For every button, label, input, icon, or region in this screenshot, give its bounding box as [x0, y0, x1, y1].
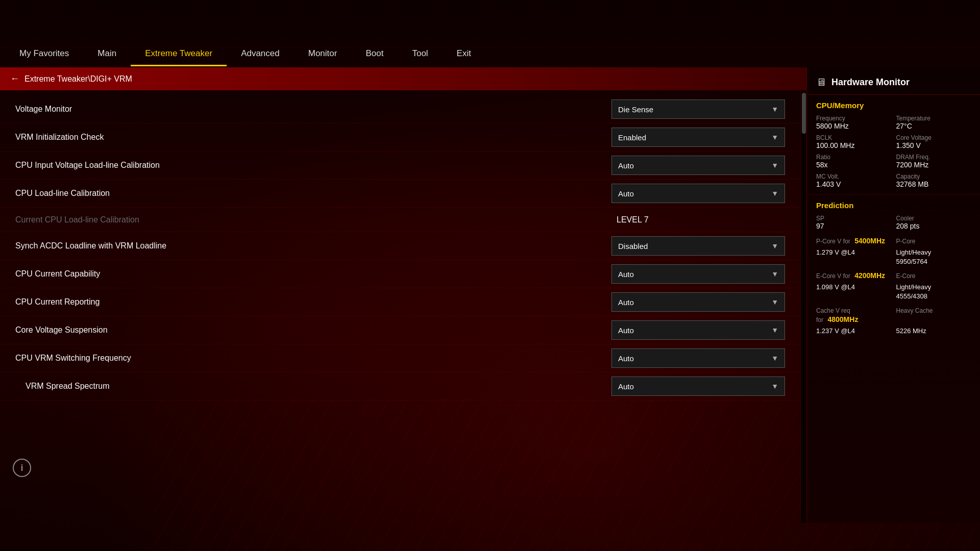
- cpu-llc-dropdown[interactable]: Auto ▼: [611, 184, 785, 203]
- vrm-init-dropdown[interactable]: Enabled ▼: [611, 128, 785, 147]
- table-row: CPU Input Voltage Load-line Calibration …: [0, 152, 800, 180]
- chevron-down-icon: ▼: [771, 189, 778, 197]
- pcore-block: P-Core V for 5400MHz P-Core 1.279 V @L4 …: [816, 236, 971, 266]
- vrm-init-label: VRM Initialization Check: [15, 133, 611, 142]
- table-row: VRM Spread Spectrum Auto ▼: [0, 372, 800, 400]
- mc-volt-value: 1.403 V: [816, 180, 891, 188]
- prediction-title: Prediction: [816, 201, 971, 210]
- nav-exit[interactable]: Exit: [443, 41, 485, 66]
- heavy-cache-header: Heavy Cache: [896, 306, 971, 324]
- chevron-down-icon: ▼: [771, 354, 778, 362]
- voltage-monitor-label: Voltage Monitor: [15, 105, 611, 114]
- ecore-freq-label-item: E-Core V for 4200MHz: [816, 271, 891, 280]
- cpu-input-llc-label: CPU Input Voltage Load-line Calibration: [15, 161, 611, 170]
- cooler-label: Cooler: [896, 215, 971, 222]
- ratio-item: Ratio 58x: [816, 154, 891, 169]
- dram-freq-value: 7200 MHz: [896, 161, 971, 169]
- core-volt-susp-label: Core Voltage Suspension: [15, 325, 611, 335]
- synch-acdc-dropdown[interactable]: Disabled ▼: [611, 236, 785, 256]
- nav-advanced[interactable]: Advanced: [227, 41, 294, 66]
- table-row: CPU VRM Switching Frequency Auto ▼: [0, 344, 800, 372]
- cpu-input-llc-dropdown[interactable]: Auto ▼: [611, 156, 785, 175]
- mc-volt-label: MC Volt.: [816, 173, 891, 180]
- chevron-down-icon: ▼: [771, 298, 778, 306]
- hardware-monitor-panel: 🖥 Hardware Monitor CPU/Memory Frequency …: [806, 67, 980, 523]
- cooler-value: 208 pts: [896, 222, 971, 230]
- cache-block: Cache V req for 4800MHz Heavy Cache 1.23…: [816, 306, 971, 335]
- cpu-vrm-freq-label: CPU VRM Switching Frequency: [15, 354, 611, 363]
- prediction-grid: SP 97 Cooler 208 pts: [816, 215, 971, 230]
- chevron-down-icon: ▼: [771, 133, 778, 141]
- frequency-label: Frequency: [816, 115, 891, 122]
- current-cpu-llc-value: LEVEL 7: [611, 215, 785, 224]
- settings-list: Voltage Monitor Die Sense ▼ VRM Initiali…: [0, 90, 800, 523]
- table-row: VRM Initialization Check Enabled ▼: [0, 123, 800, 152]
- ecore-lh-header: E-Core: [896, 271, 971, 280]
- bclk-value: 100.00 MHz: [816, 141, 891, 149]
- table-row: Current CPU Load-line Calibration LEVEL …: [0, 208, 800, 232]
- nav-tool[interactable]: Tool: [398, 41, 442, 66]
- nav-my-favorites[interactable]: My Favorites: [5, 41, 83, 66]
- chevron-down-icon: ▼: [771, 105, 778, 113]
- content-area: ← Extreme Tweaker\DIGI+ VRM Voltage Moni…: [0, 67, 980, 523]
- chevron-down-icon: ▼: [771, 270, 778, 278]
- frequency-item: Frequency 5800 MHz: [816, 115, 891, 130]
- main-panel: ← Extreme Tweaker\DIGI+ VRM Voltage Moni…: [0, 67, 806, 523]
- pcore-freq-label-item: P-Core V for 5400MHz: [816, 236, 891, 245]
- back-button[interactable]: ←: [10, 73, 19, 84]
- breadcrumb: Extreme Tweaker\DIGI+ VRM: [24, 74, 132, 84]
- cpu-vrm-freq-dropdown[interactable]: Auto ▼: [611, 348, 785, 368]
- monitor-icon: 🖥: [816, 77, 826, 88]
- table-row: CPU Current Capability Auto ▼: [0, 260, 800, 288]
- hw-monitor-title: Hardware Monitor: [831, 77, 910, 88]
- pcore-v-item: 1.279 V @L4: [816, 247, 891, 266]
- pcore-lh-nums-item: Light/Heavy 5950/5764: [896, 247, 971, 266]
- cache-freq-label-item: Cache V req for 4800MHz: [816, 306, 891, 324]
- ecore-lh-nums-item: Light/Heavy 4555/4308: [896, 282, 971, 300]
- capacity-value: 32768 MB: [896, 180, 971, 188]
- nav-boot[interactable]: Boot: [351, 41, 398, 66]
- frequency-value: 5800 MHz: [816, 122, 891, 130]
- vrm-spread-label: VRM Spread Spectrum: [15, 382, 611, 391]
- core-voltage-item: Core Voltage 1.350 V: [896, 134, 971, 149]
- dram-freq-item: DRAM Freq. 7200 MHz: [896, 154, 971, 169]
- sp-item: SP 97: [816, 215, 891, 230]
- cpu-current-rep-dropdown[interactable]: Auto ▼: [611, 292, 785, 312]
- cpu-memory-title: CPU/Memory: [816, 101, 971, 110]
- sp-label: SP: [816, 215, 891, 222]
- ratio-label: Ratio: [816, 154, 891, 161]
- chevron-down-icon: ▼: [771, 161, 778, 169]
- cpu-memory-section: CPU/Memory Frequency 5800 MHz Temperatur…: [807, 95, 980, 195]
- main-scrollbar[interactable]: [800, 90, 806, 523]
- bclk-item: BCLK 100.00 MHz: [816, 134, 891, 149]
- current-cpu-llc-label: Current CPU Load-line Calibration: [15, 215, 611, 224]
- chevron-down-icon: ▼: [771, 242, 778, 250]
- temperature-label: Temperature: [896, 115, 971, 122]
- vrm-spread-dropdown[interactable]: Auto ▼: [611, 377, 785, 396]
- nav-monitor[interactable]: Monitor: [294, 41, 352, 66]
- table-row: CPU Load-line Calibration Auto ▼: [0, 180, 800, 208]
- temperature-value: 27°C: [896, 122, 971, 130]
- breadcrumb-bar: ← Extreme Tweaker\DIGI+ VRM: [0, 67, 806, 90]
- core-volt-susp-dropdown[interactable]: Auto ▼: [611, 320, 785, 340]
- info-button[interactable]: i: [13, 459, 31, 477]
- table-row: Synch ACDC Loadline with VRM Loadline Di…: [0, 232, 800, 260]
- cpu-current-cap-dropdown[interactable]: Auto ▼: [611, 264, 785, 284]
- heavy-cache-value-item: 5226 MHz: [896, 326, 971, 335]
- scroll-thumb[interactable]: [802, 93, 806, 134]
- hw-monitor-header: 🖥 Hardware Monitor: [807, 67, 980, 95]
- cpu-llc-label: CPU Load-line Calibration: [15, 189, 611, 198]
- synch-acdc-label: Synch ACDC Loadline with VRM Loadline: [15, 241, 611, 251]
- temperature-item: Temperature 27°C: [896, 115, 971, 130]
- nav-main[interactable]: Main: [83, 41, 131, 66]
- chevron-down-icon: ▼: [771, 382, 778, 390]
- voltage-monitor-dropdown[interactable]: Die Sense ▼: [611, 99, 785, 119]
- nav-extreme-tweaker[interactable]: Extreme Tweaker: [131, 41, 227, 66]
- bclk-label: BCLK: [816, 134, 891, 141]
- pcore-lh-header: P-Core: [896, 236, 971, 245]
- capacity-item: Capacity 32768 MB: [896, 173, 971, 188]
- table-row: Voltage Monitor Die Sense ▼: [0, 95, 800, 123]
- cpu-current-cap-label: CPU Current Capability: [15, 269, 611, 279]
- ecore-block: E-Core V for 4200MHz E-Core 1.098 V @L4 …: [816, 271, 971, 300]
- table-row: CPU Current Reporting Auto ▼: [0, 288, 800, 316]
